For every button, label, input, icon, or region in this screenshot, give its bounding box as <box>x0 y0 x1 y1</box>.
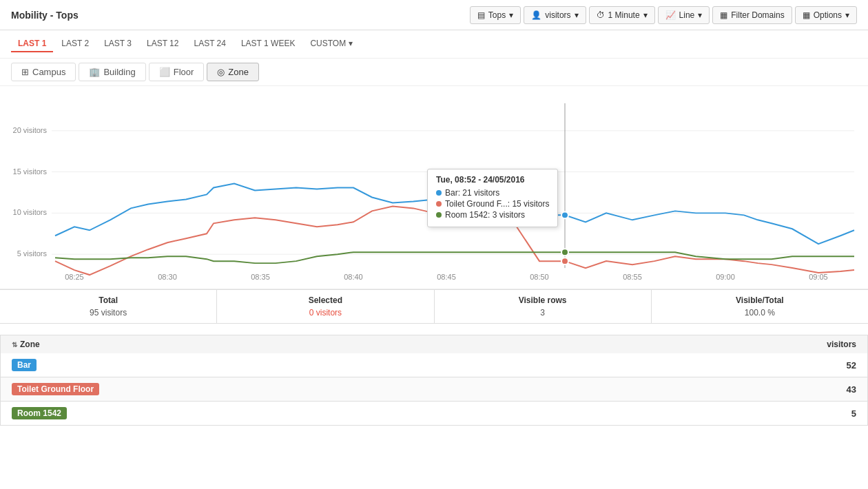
stat-total-value: 95 visitors <box>11 308 205 318</box>
svg-text:08:45: 08:45 <box>437 273 455 281</box>
zone-table: ⇅ Zone visitors Bar 52 Toilet Ground Flo… <box>0 335 868 426</box>
stat-selected-label: Selected <box>228 295 422 305</box>
zone-badge-toilet: Toilet Ground Floor <box>12 383 99 395</box>
tab-last3[interactable]: LAST 3 <box>97 36 138 52</box>
tab-zone[interactable]: ◎ Zone <box>207 63 259 81</box>
tab-last24[interactable]: LAST 24 <box>187 36 232 52</box>
stat-total: Total 95 visitors <box>0 290 217 323</box>
svg-text:08:35: 08:35 <box>251 273 269 281</box>
tops-icon: ▤ <box>477 10 485 20</box>
tab-last12[interactable]: LAST 12 <box>140 36 185 52</box>
stat-visible: Visible rows 3 <box>435 290 652 323</box>
stat-visible-value: 3 <box>446 308 640 318</box>
filter-icon: ▦ <box>720 10 727 20</box>
visitor-count-room: 5 <box>851 408 856 419</box>
tooltip-dot-toilet <box>436 201 442 207</box>
stat-ratio-label: Visible/Total <box>663 295 857 305</box>
svg-text:08:40: 08:40 <box>344 273 362 281</box>
svg-text:15 visitors: 15 visitors <box>13 167 48 176</box>
svg-text:20 visitors: 20 visitors <box>13 126 48 134</box>
campus-icon: ⊞ <box>21 67 29 77</box>
visitor-count-toilet: 43 <box>847 384 856 395</box>
svg-text:08:50: 08:50 <box>530 273 548 281</box>
tab-floor[interactable]: ⬜ Floor <box>149 63 205 81</box>
header: Mobility - Tops ▤Tops▾ 👤visitors▾ ⏱1 Min… <box>0 0 868 30</box>
time-tabs: LAST 1 LAST 2 LAST 3 LAST 12 LAST 24 LAS… <box>0 30 868 59</box>
th-zone: ⇅ Zone <box>12 340 801 349</box>
tooltip-dot-room <box>436 212 442 218</box>
table-row[interactable]: Toilet Ground Floor 43 <box>0 377 868 402</box>
svg-text:08:30: 08:30 <box>158 273 176 281</box>
table-header: ⇅ Zone visitors <box>0 335 868 353</box>
stat-ratio-value: 100.0 % <box>663 308 857 318</box>
chart-icon: 📈 <box>665 10 676 20</box>
level-tabs: ⊞ Campus 🏢 Building ⬜ Floor ◎ Zone <box>0 59 868 86</box>
svg-point-20 <box>561 249 568 256</box>
zone-icon: ◎ <box>217 67 225 77</box>
filter-domains-button[interactable]: ▦Filter Domains <box>712 6 792 24</box>
visitor-count-bar: 52 <box>847 360 856 371</box>
chart-area: 20 visitors 15 visitors 10 visitors 5 vi… <box>0 86 868 289</box>
svg-point-18 <box>561 211 568 218</box>
tab-last1[interactable]: LAST 1 <box>11 36 53 52</box>
tooltip-text-bar: Bar: 21 visitors <box>445 188 499 198</box>
stats-bar: Total 95 visitors Selected 0 visitors Vi… <box>0 289 868 324</box>
building-icon: 🏢 <box>89 67 100 77</box>
visitors-button[interactable]: 👤visitors▾ <box>524 6 586 24</box>
zone-badge-bar: Bar <box>12 359 37 371</box>
tooltip-row-room: Room 1542: 3 visitors <box>436 210 549 220</box>
tooltip-row-toilet: Toilet Ground F...: 15 visitors <box>436 199 549 209</box>
tooltip-text-toilet: Toilet Ground F...: 15 visitors <box>445 199 549 209</box>
tab-custom[interactable]: CUSTOM ▾ <box>303 36 359 52</box>
chart-tooltip: Tue, 08:52 - 24/05/2016 Bar: 21 visitors… <box>427 169 558 227</box>
svg-point-19 <box>561 258 568 264</box>
svg-text:09:00: 09:00 <box>716 273 734 281</box>
stat-selected: Selected 0 visitors <box>217 290 434 323</box>
options-icon: ▦ <box>803 10 810 20</box>
table-row[interactable]: Bar 52 <box>0 353 868 377</box>
stat-selected-value: 0 visitors <box>228 308 422 318</box>
tab-last1week[interactable]: LAST 1 WEEK <box>234 36 302 52</box>
tooltip-title: Tue, 08:52 - 24/05/2016 <box>436 175 549 185</box>
tops-button[interactable]: ▤Tops▾ <box>470 6 521 24</box>
sort-icon[interactable]: ⇅ <box>12 341 17 348</box>
table-row[interactable]: Room 1542 5 <box>0 402 868 426</box>
options-button[interactable]: ▦Options▾ <box>795 6 857 24</box>
zone-badge-room: Room 1542 <box>12 407 67 419</box>
svg-text:09:05: 09:05 <box>809 273 827 281</box>
tab-campus[interactable]: ⊞ Campus <box>11 63 76 81</box>
th-visitors: visitors <box>801 340 856 349</box>
tab-building[interactable]: 🏢 Building <box>79 63 145 81</box>
tooltip-dot-bar <box>436 190 442 196</box>
stat-ratio: Visible/Total 100.0 % <box>652 290 868 323</box>
stat-visible-label: Visible rows <box>446 295 640 305</box>
svg-text:10 visitors: 10 visitors <box>13 208 48 216</box>
clock-icon: ⏱ <box>597 10 605 20</box>
app-title: Mobility - Tops <box>11 10 470 21</box>
tooltip-row-bar: Bar: 21 visitors <box>436 188 549 198</box>
floor-icon: ⬜ <box>159 67 170 77</box>
svg-text:5 visitors: 5 visitors <box>17 249 48 258</box>
tab-last2[interactable]: LAST 2 <box>54 36 96 52</box>
visitors-icon: 👤 <box>531 10 541 20</box>
stat-total-label: Total <box>11 295 205 305</box>
svg-text:08:55: 08:55 <box>623 273 641 281</box>
svg-text:08:25: 08:25 <box>65 273 83 281</box>
header-controls: ▤Tops▾ 👤visitors▾ ⏱1 Minute▾ 📈Line▾ ▦Fil… <box>470 6 857 24</box>
minute-button[interactable]: ⏱1 Minute▾ <box>589 6 655 24</box>
tooltip-text-room: Room 1542: 3 visitors <box>445 210 525 220</box>
line-button[interactable]: 📈Line▾ <box>658 6 710 24</box>
